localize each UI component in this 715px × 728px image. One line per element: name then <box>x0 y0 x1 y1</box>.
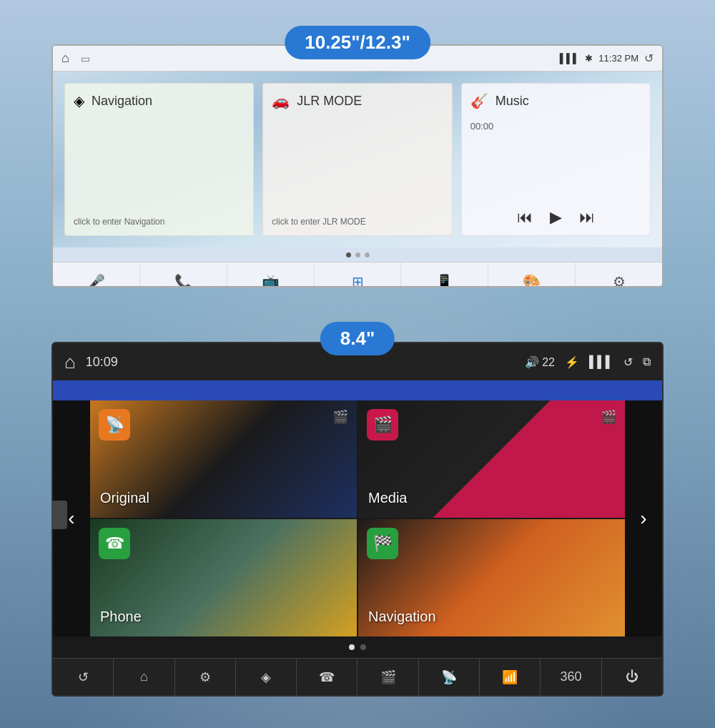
phone-label: Phone <box>100 609 142 625</box>
music-card-time: 00:00 <box>470 121 641 132</box>
original-corner-icon: 🎬 <box>332 409 348 425</box>
dot2-1 <box>349 644 355 650</box>
original-icon: 📡 <box>105 415 124 434</box>
nav-card-title-row: ◈ Navigation <box>74 92 245 109</box>
back-icon-2[interactable]: ↺ <box>623 355 633 369</box>
media-icon: 🎬 <box>373 415 393 434</box>
screen1-container: ⌂ ▭ ▌▌▌ ✱ 11:32 PM ↺ ◈ Navigation click … <box>51 44 664 287</box>
page-dots-2 <box>53 636 662 658</box>
screen1-cards: ◈ Navigation click to enter Navigation 🚗… <box>53 72 662 247</box>
media-icon-badge: 🎬 <box>367 409 398 441</box>
home-icon-2[interactable]: ⌂ <box>64 351 76 373</box>
music-card[interactable]: 🎸 Music 00:00 ⏮ ▶ ⏭ <box>461 83 651 236</box>
mic-button[interactable]: 🎤 <box>53 262 140 287</box>
status-right-2: 🔊 22 ⚡ ▌▌▌ ↺ ⧉ <box>525 355 651 369</box>
jlr-card-title: JLR MODE <box>297 94 362 109</box>
phone-cell[interactable]: ☎ Phone <box>90 519 357 636</box>
theme-button[interactable]: 🎨 <box>488 262 576 287</box>
home-grid-button[interactable]: ⊞ <box>315 262 402 287</box>
navigation-icon-badge: 🏁 <box>367 528 398 559</box>
phone-btn-2[interactable]: ☎ <box>297 659 358 695</box>
clock-1: 11:32 PM <box>598 53 638 64</box>
navigation-cell[interactable]: 🏁 Navigation <box>358 519 625 636</box>
back-icon-1[interactable]: ↺ <box>644 51 654 65</box>
jlr-card-subtitle: click to enter JLR MODE <box>272 217 443 227</box>
mirror-button[interactable]: 📱 <box>401 262 488 287</box>
dot-2 <box>355 252 360 257</box>
tab-icon-1: ▭ <box>81 53 90 64</box>
back-btn-2[interactable]: ↺ <box>53 659 114 695</box>
left-knob <box>51 501 67 529</box>
settings-btn-2[interactable]: ⚙ <box>175 659 236 695</box>
jlr-card[interactable]: 🚗 JLR MODE click to enter JLR MODE <box>262 83 452 236</box>
bluetooth-icon-1: ✱ <box>585 53 593 64</box>
grid-area: ‹ 📡 Original 🎬 🎬 Media 🎬 <box>53 400 662 636</box>
music-card-title: Music <box>495 94 529 109</box>
volume-icon-2: 🔊 22 <box>525 355 555 369</box>
media-btn-2[interactable]: 🎬 <box>358 659 418 695</box>
cam360-btn-2[interactable]: 360 <box>541 659 601 695</box>
music-card-title-row: 🎸 Music <box>470 92 641 109</box>
phone-button[interactable]: 📞 <box>140 262 227 287</box>
navigation-label: Navigation <box>368 609 436 625</box>
next-button[interactable]: ⏭ <box>579 208 595 227</box>
radio-btn-2[interactable]: 📡 <box>419 659 480 695</box>
nav-card-icon: ◈ <box>74 92 84 109</box>
page-dots-1 <box>53 247 662 262</box>
original-cell[interactable]: 📡 Original 🎬 <box>90 400 357 518</box>
signal-icon-1: ▌▌▌ <box>560 53 580 64</box>
player-controls: ⏮ ▶ ⏭ <box>470 208 641 227</box>
media-corner-icon: 🎬 <box>601 409 616 425</box>
size-label-1: 10.25"/12.3" <box>305 31 410 53</box>
power-btn-2[interactable]: ⏻ <box>602 659 662 695</box>
dot-3 <box>365 252 370 257</box>
size-badge-bottom: 8.4" <box>320 322 395 355</box>
screen-button[interactable]: 📺 <box>227 262 315 287</box>
layers-icon-2[interactable]: ⧉ <box>643 355 651 368</box>
size-badge-top: 10.25"/12.3" <box>285 26 430 59</box>
prev-button[interactable]: ⏮ <box>517 208 533 227</box>
dot2-2 <box>360 644 366 650</box>
media-label: Media <box>368 490 407 506</box>
jlr-card-icon: 🚗 <box>272 92 290 109</box>
media-cell[interactable]: 🎬 Media 🎬 <box>358 400 625 518</box>
phone-icon-badge: ☎ <box>99 528 130 559</box>
size-label-2: 8.4" <box>340 328 375 349</box>
navigation-icon: 🏁 <box>373 534 393 553</box>
nav-btn-2[interactable]: ◈ <box>236 659 297 695</box>
nav-card-subtitle: click to enter Navigation <box>74 217 245 227</box>
original-label: Original <box>100 490 149 506</box>
settings-button[interactable]: ⚙ <box>576 262 662 287</box>
status-right-1: ▌▌▌ ✱ 11:32 PM ↺ <box>560 51 654 65</box>
nav-card[interactable]: ◈ Navigation click to enter Navigation <box>64 83 254 236</box>
screen1-content: ◈ Navigation click to enter Navigation 🚗… <box>53 72 662 247</box>
toolbar-2: ↺ ⌂ ⚙ ◈ ☎ 🎬 📡 📶 360 ⏻ <box>53 658 662 695</box>
nav-card-title: Navigation <box>92 94 152 109</box>
play-button[interactable]: ▶ <box>550 208 562 227</box>
signal-icon-2: ▌▌▌ <box>589 355 613 368</box>
next-arrow[interactable]: › <box>625 400 662 636</box>
dot-1 <box>346 252 351 257</box>
home-icon-1[interactable]: ⌂ <box>61 51 69 66</box>
home-btn-2[interactable]: ⌂ <box>114 659 174 695</box>
app-grid: 📡 Original 🎬 🎬 Media 🎬 ☎ Phone <box>90 400 625 636</box>
clock-2: 10:09 <box>86 355 118 370</box>
original-icon-badge: 📡 <box>99 409 130 441</box>
signal-btn-2[interactable]: 📶 <box>480 659 541 695</box>
screen2-container: ⌂ 10:09 🔊 22 ⚡ ▌▌▌ ↺ ⧉ ‹ 📡 Original 🎬 <box>51 342 664 697</box>
blue-banner <box>53 380 662 400</box>
music-card-icon: 🎸 <box>470 92 488 109</box>
jlr-card-title-row: 🚗 JLR MODE <box>272 92 443 109</box>
toolbar-1: 🎤 📞 📺 ⊞ 📱 🎨 ⚙ <box>53 262 662 287</box>
phone-icon: ☎ <box>105 534 124 553</box>
usb-icon-2: ⚡ <box>565 355 579 369</box>
